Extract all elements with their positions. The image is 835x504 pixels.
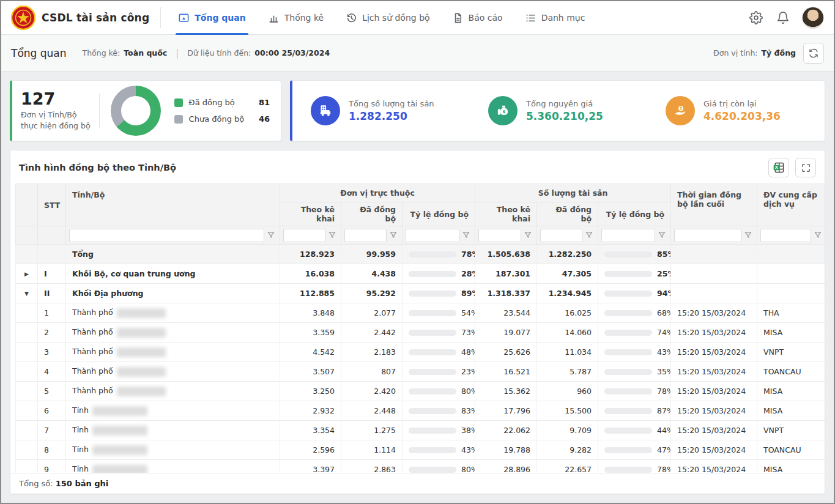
expand-toggle <box>16 362 38 382</box>
summary-cards: 127 Đơn vị Tỉnh/Bộ thực hiện đồng bộ Đã … <box>10 80 825 141</box>
svg-text:X: X <box>775 165 778 170</box>
table-title: Tình hình đồng bộ theo Tỉnh/Bộ <box>19 163 176 172</box>
asset-declared-cell: 22.062 <box>475 421 537 440</box>
user-avatar[interactable] <box>802 7 824 29</box>
header-provider: ĐV cung cấp dịch vụ <box>757 184 825 226</box>
last-sync-cell: 15:20 15/03/2024 <box>671 382 757 401</box>
last-sync-cell: 15:20 15/03/2024 <box>671 323 757 343</box>
asset-synced-cell: 9.709 <box>537 421 598 440</box>
filter-funnel-icon[interactable] <box>744 231 754 240</box>
legend-swatch-not-synced <box>174 115 183 124</box>
tab-label: Thống kê <box>284 13 324 23</box>
redacted-name <box>117 347 166 357</box>
asset-declared-cell: 19.077 <box>475 323 537 343</box>
expand-toggle[interactable]: ▼ <box>16 284 38 303</box>
tab-danh-muc[interactable]: Danh mục <box>514 1 596 35</box>
province-name-cell: Thành phố <box>66 323 280 343</box>
fullscreen-button[interactable] <box>795 158 816 177</box>
filter-input-unit-rate[interactable] <box>406 229 459 242</box>
asset-rate-cell: 87% <box>598 401 671 421</box>
stt-cell: I <box>38 264 66 284</box>
chevron-right-icon: ▶ <box>24 271 29 277</box>
scope-label: Thống kê: <box>83 48 121 57</box>
notifications-button[interactable] <box>775 10 791 26</box>
legend-item-synced: Đã đồng bộ 81 <box>174 98 272 107</box>
unit-synced-cell: 1.114 <box>341 440 403 460</box>
asset-declared-cell: 23.544 <box>475 303 537 323</box>
stat-label: Giá trị còn lại <box>703 99 781 108</box>
expand-toggle <box>16 303 38 323</box>
page-subheader: Tổng quan Thống kê: Toàn quốc | Dữ liệu … <box>1 35 834 72</box>
asset-rate-cell: 44% <box>598 421 671 440</box>
redacted-name <box>92 465 147 473</box>
asset-synced-cell: 11.034 <box>537 343 598 362</box>
asset-rate-cell: 85% <box>598 245 671 264</box>
redacted-name <box>92 445 147 455</box>
settings-button[interactable] <box>748 10 764 26</box>
table-row: 6Tỉnh2.9322.44883%17.79615.50087%15:20 1… <box>16 401 825 421</box>
provider-cell <box>757 264 825 284</box>
filter-funnel-icon[interactable] <box>658 231 667 240</box>
unit-rate-cell: 54% <box>403 303 475 323</box>
table-row: ▶IKhối Bộ, cơ quan trung ương16.0384.438… <box>16 264 825 284</box>
expand-toggle <box>16 382 38 401</box>
expand-toggle <box>16 245 38 264</box>
asset-rate-cell: 78% <box>598 382 671 401</box>
filter-funnel-icon[interactable] <box>328 231 338 240</box>
unit-rate-cell: 43% <box>403 440 475 460</box>
sync-count-block: 127 Đơn vị Tỉnh/Bộ thực hiện đồng bộ <box>21 90 91 132</box>
tab-thong-ke[interactable]: Thống kê <box>257 1 335 35</box>
unit-synced-cell: 2.077 <box>341 303 403 323</box>
unit-declared-cell: 3.359 <box>280 323 341 343</box>
asset-rate-cell: 25% <box>598 264 671 284</box>
filter-input-asset-synced[interactable] <box>540 229 582 242</box>
filter-funnel-icon[interactable] <box>585 231 595 240</box>
asset-synced-cell: 22.657 <box>537 460 598 473</box>
tab-tong-quan[interactable]: Tổng quan <box>167 1 256 35</box>
header-asset-synced: Đã đồng bộ <box>537 202 598 226</box>
unit-rate-cell: 48% <box>403 343 475 362</box>
table-row: 4Thành phố3.50780723%16.5215.78735%15:20… <box>16 362 825 382</box>
asset-rate-cell: 94% <box>598 284 671 303</box>
expand-toggle[interactable]: ▶ <box>16 264 38 284</box>
chevron-down-icon: ▼ <box>24 291 29 297</box>
province-name-cell: Tổng <box>66 245 280 264</box>
asset-rate-cell: 47% <box>598 440 671 460</box>
unit-declared-cell: 3.354 <box>280 421 341 440</box>
table-footer: Tổng số: 150 bản ghi <box>10 473 825 494</box>
filter-input-provider[interactable] <box>760 229 811 242</box>
province-name-cell: Tỉnh <box>66 401 280 421</box>
table-row: ▼IIKhối Địa phương112.88595.29289%1.318.… <box>16 284 825 303</box>
stt-cell: 6 <box>38 401 66 421</box>
tab-lich-su-dong-bo[interactable]: Lịch sử đồng bộ <box>335 1 440 35</box>
filter-input-asset-declared[interactable] <box>478 229 521 242</box>
filter-funnel-icon[interactable] <box>814 231 823 240</box>
table-row: 3Thành phố4.5422.18348%25.62611.03443%15… <box>16 343 825 362</box>
unit-value: Tỷ đồng <box>762 48 796 57</box>
filter-input-name[interactable] <box>69 229 264 242</box>
gear-icon <box>749 11 763 24</box>
tab-bao-cao[interactable]: Báo cáo <box>441 1 514 35</box>
filter-funnel-icon[interactable] <box>462 231 472 240</box>
unit-synced-cell: 1.275 <box>341 421 403 440</box>
header-last-sync: Thời gian đồng bộ lần cuối <box>671 184 757 226</box>
province-name-cell: Thành phố <box>66 303 280 323</box>
table-row: 8Tỉnh2.5961.11443%19.7889.28247%15:20 15… <box>16 440 825 460</box>
stat-label: Tổng nguyên giá <box>526 99 603 108</box>
report-icon <box>452 12 464 24</box>
province-name-cell: Khối Địa phương <box>66 284 280 303</box>
filter-funnel-icon[interactable] <box>524 231 533 240</box>
sync-table: STT Tỉnh/Bộ Đơn vị trực thuộc Số lượng t… <box>15 183 825 473</box>
filter-funnel-icon[interactable] <box>389 231 399 240</box>
card-divider <box>99 94 100 128</box>
filter-input-unit-declared[interactable] <box>283 229 325 242</box>
stat-value: 5.360.210,25 <box>526 110 603 122</box>
filter-input-unit-synced[interactable] <box>344 229 387 242</box>
unit-rate-cell: 73% <box>403 323 475 343</box>
export-excel-button[interactable]: X <box>768 158 789 177</box>
filter-input-asset-rate[interactable] <box>601 229 655 242</box>
header-expand <box>16 184 38 226</box>
refresh-button[interactable] <box>803 43 824 64</box>
filter-input-last-sync[interactable] <box>674 229 741 242</box>
filter-funnel-icon[interactable] <box>267 231 276 240</box>
